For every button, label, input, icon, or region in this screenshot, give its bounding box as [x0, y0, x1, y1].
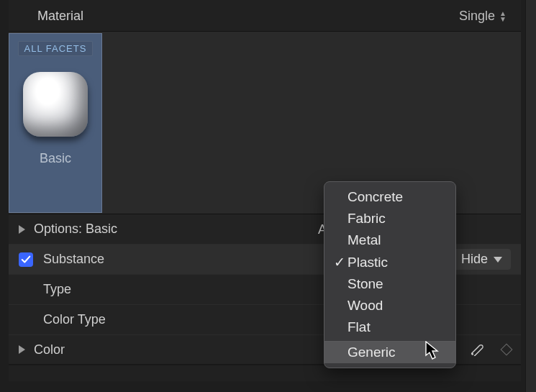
chevron-down-icon [494, 257, 502, 263]
hide-label: Hide [461, 252, 488, 267]
substance-type-menu[interactable]: Concrete Fabric Metal ✓Plastic Stone Woo… [324, 181, 456, 368]
menu-item-flat[interactable]: Flat [324, 316, 455, 338]
menu-item-label: Fabric [348, 211, 386, 227]
color-label: Color [34, 342, 65, 357]
menu-item-concrete[interactable]: Concrete [324, 186, 455, 208]
menu-item-wood[interactable]: Wood [324, 295, 455, 316]
menu-item-label: Plastic [348, 255, 388, 270]
menu-item-label: Flat [348, 319, 371, 335]
substance-label: Substance [43, 252, 104, 267]
keyframe-diamond-icon[interactable] [501, 344, 513, 356]
material-mode-popup[interactable]: Single ▲▼ [459, 9, 507, 24]
eyedropper-icon[interactable] [469, 340, 485, 360]
panel-header: Material Single ▲▼ [9, 0, 521, 31]
disclosure-triangle-icon[interactable] [19, 225, 25, 234]
panel-title: Material [37, 9, 83, 24]
hide-button[interactable]: Hide [453, 249, 511, 270]
all-facets-tab[interactable]: ALL FACETS [18, 41, 94, 56]
menu-item-label: Wood [348, 298, 383, 314]
menu-item-fabric[interactable]: Fabric [324, 208, 455, 229]
right-gutter [525, 0, 536, 392]
menu-item-label: Generic [348, 345, 396, 360]
type-label: Type [43, 282, 71, 297]
substance-checkbox[interactable] [19, 252, 33, 267]
menu-item-plastic[interactable]: ✓Plastic [324, 251, 455, 273]
menu-item-generic[interactable]: Generic [324, 342, 455, 363]
disclosure-triangle-icon[interactable] [19, 345, 25, 354]
color-type-label: Color Type [43, 312, 106, 327]
facet-card[interactable]: ALL FACETS Basic [9, 33, 102, 213]
options-label: Options: Basic [34, 222, 117, 237]
updown-icon: ▲▼ [499, 11, 507, 22]
material-thumbnail[interactable] [23, 72, 88, 137]
facet-name: Basic [40, 151, 71, 166]
menu-item-label: Metal [348, 232, 381, 248]
menu-item-metal[interactable]: Metal [324, 229, 455, 251]
checkmark-icon: ✓ [332, 254, 348, 270]
menu-item-label: Concrete [348, 189, 403, 205]
menu-item-stone[interactable]: Stone [324, 273, 455, 295]
menu-item-label: Stone [348, 276, 383, 292]
material-mode-label: Single [459, 9, 495, 24]
check-icon [21, 255, 31, 265]
